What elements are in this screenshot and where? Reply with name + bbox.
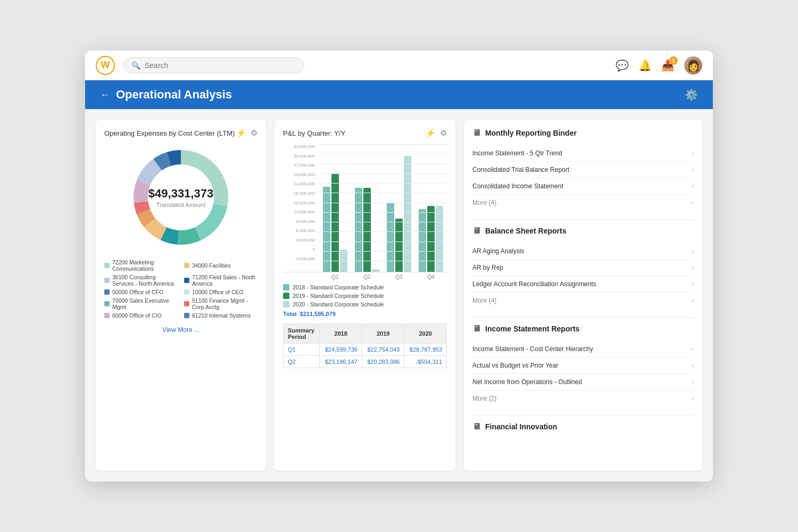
chevron-right-icon: › <box>692 378 694 386</box>
avatar[interactable]: 👩 <box>684 56 702 74</box>
report-item[interactable]: AR Aging Analysis › <box>472 243 694 260</box>
inbox-icon[interactable]: 📥 1 <box>661 59 675 72</box>
back-button[interactable]: ← <box>100 89 110 101</box>
bar-legend: 2018 - Standard Corporate Schedule 2019 … <box>283 284 447 307</box>
legend-item: 70000 Sales Executive Mgmt <box>104 297 178 310</box>
view-more-button[interactable]: View More ... <box>104 326 257 334</box>
legend-item: 34000 Facilities <box>184 259 257 272</box>
page-header: ← Operational Analysis ⚙️ <box>85 80 713 109</box>
donut-center-label: Translated Amount <box>148 202 213 208</box>
bar-group-q2 <box>351 188 383 272</box>
chevron-right-icon: › <box>692 166 694 173</box>
table-row: Q2 $23,186,147 $20,283,086 -$504,311 <box>284 356 447 368</box>
report-section-income: 🖥 Income Statement Reports Income Statem… <box>472 324 694 406</box>
donut-card: Operating Expenses by Cost Center (LTM) … <box>96 120 266 471</box>
report-item[interactable]: Net Income from Operations - Outlined › <box>472 374 694 390</box>
reports-card: 🖥 Monthly Reporting Binder Income Statem… <box>464 120 702 471</box>
bar-2018-q4 <box>419 209 426 272</box>
section-title-income: 🖥 Income Statement Reports <box>472 324 694 337</box>
chevron-right-icon: › <box>692 297 694 304</box>
report-item-more[interactable]: More (4) › <box>472 293 694 309</box>
report-item[interactable]: Income Statement - 5 Qtr Trend › <box>472 145 694 162</box>
report-item-more[interactable]: More (2) › <box>472 390 694 406</box>
bar-2020-q1 <box>340 250 347 272</box>
x-axis: Q1 Q2 Q3 Q4 <box>283 272 447 280</box>
settings-icon[interactable]: ⚙️ <box>685 88 698 101</box>
report-item[interactable]: Ledger Account Reconciliation Assignment… <box>472 276 694 293</box>
bar-settings-icon[interactable]: ⚙ <box>440 128 447 138</box>
report-item-more[interactable]: More (4) › <box>472 195 694 211</box>
bar-legend-2019: 2019 - Standard Corporate Schedule <box>283 293 447 299</box>
table-row: Q1 $24,599,736 $22,754,043 $28,797,953 <box>284 344 447 356</box>
report-item[interactable]: Actual vs Budget vs Prior Year › <box>472 358 694 374</box>
chevron-right-icon: › <box>692 182 694 190</box>
report-section-balance: 🖥 Balance Sheet Reports AR Aging Analysi… <box>472 226 694 309</box>
summary-table: SummaryPeriod 2018 2019 2020 Q1 $24,599,… <box>283 323 447 368</box>
bar-group-q3 <box>383 156 415 272</box>
chevron-right-icon: › <box>692 345 694 353</box>
y-axis: -3,000,000 0 3,000,000 6,000,000 9,000,0… <box>283 144 317 261</box>
chevron-right-icon: › <box>692 199 694 206</box>
legend-item: 50000 Office of CFO <box>104 289 178 295</box>
donut-legend: 72200 Marketing Communications 34000 Fac… <box>104 259 257 319</box>
legend-item: 71200 Field Sales - North America <box>184 274 257 287</box>
bar-2019-q3 <box>395 219 403 272</box>
top-nav: W 🔍 💬 🔔 📥 1 👩 <box>85 51 713 80</box>
legend-item: 10000 Office of CEO <box>184 289 257 295</box>
report-section-icon: 🖥 <box>472 324 481 334</box>
report-item[interactable]: AR by Rep › <box>472 260 694 276</box>
bar-group-q4 <box>415 206 447 272</box>
legend-item: 60000 Office of CIO <box>104 312 178 319</box>
bar-2019-q4 <box>427 206 435 272</box>
section-title-monthly: 🖥 Monthly Reporting Binder <box>472 128 694 141</box>
bar-filter-icon[interactable]: ⚡ <box>426 128 436 138</box>
chevron-right-icon: › <box>692 264 694 271</box>
search-input[interactable] <box>145 61 296 70</box>
bar-2020-q2 <box>372 269 379 272</box>
bar-legend-2020: 2020 - Standard Corporate Schedule <box>283 301 447 307</box>
chevron-right-icon: › <box>692 280 694 288</box>
donut-center: $49,331,373 Translated Amount <box>148 187 213 208</box>
legend-item: 51100 Finance Mgmt - Corp Acctg <box>184 297 257 310</box>
legend-item: 72200 Marketing Communications <box>104 259 178 272</box>
donut-card-title: Operating Expenses by Cost Center (LTM) … <box>104 128 257 138</box>
chevron-right-icon: › <box>692 247 694 255</box>
report-section-icon: 🖥 <box>472 422 481 431</box>
report-item[interactable]: Income Statement - Cost Center Hierarchy… <box>472 341 694 358</box>
bar-2018-q1 <box>323 187 330 272</box>
legend-item: 36100 Consulting Services - North Americ… <box>104 274 178 287</box>
bar-total: Total $211,595,079 <box>283 311 447 317</box>
chat-icon[interactable]: 💬 <box>616 59 629 72</box>
report-item[interactable]: Consolidated Trial Balance Report › <box>472 162 694 178</box>
bar-2018-q3 <box>387 203 394 272</box>
report-section-icon: 🖥 <box>472 128 481 138</box>
filter-icon[interactable]: ⚡ <box>236 128 246 138</box>
donut-settings-icon[interactable]: ⚙ <box>251 128 257 138</box>
bar-group-q1 <box>319 173 351 272</box>
report-item[interactable]: Consolidated Income Statement › <box>472 178 694 195</box>
bar-2020-q3 <box>404 156 411 272</box>
bar-chart-container: -3,000,000 0 3,000,000 6,000,000 9,000,0… <box>283 144 447 280</box>
page-title: Operational Analysis <box>116 88 678 102</box>
bar-2018-q2 <box>355 188 362 272</box>
report-section-icon: 🖥 <box>472 226 481 236</box>
bar-card: P&L by Quarter: Y/Y ⚡ ⚙ -3,000,000 0 3,0… <box>275 120 455 471</box>
inbox-badge: 1 <box>669 56 678 65</box>
browser-frame: W 🔍 💬 🔔 📥 1 👩 ← Operational Analysis ⚙️ <box>85 51 713 481</box>
workday-logo[interactable]: W <box>96 56 115 75</box>
chevron-right-icon: › <box>692 395 694 402</box>
section-title-balance: 🖥 Balance Sheet Reports <box>472 226 694 239</box>
legend-item: 61210 Internal Systems <box>184 312 257 319</box>
chevron-right-icon: › <box>692 362 694 369</box>
bar-legend-2018: 2018 - Standard Corporate Schedule <box>283 284 447 290</box>
bar-2019-q2 <box>363 188 371 272</box>
bell-icon[interactable]: 🔔 <box>638 59 652 72</box>
donut-wrapper: $49,331,373 Translated Amount <box>104 144 257 251</box>
nav-icons: 💬 🔔 📥 1 👩 <box>616 56 702 74</box>
chevron-right-icon: › <box>692 149 694 157</box>
bar-card-title: P&L by Quarter: Y/Y ⚡ ⚙ <box>283 128 447 138</box>
search-icon: 🔍 <box>131 61 140 70</box>
donut-amount: $49,331,373 <box>148 187 213 201</box>
search-box[interactable]: 🔍 <box>123 57 304 73</box>
bar-2020-q4 <box>436 206 443 272</box>
